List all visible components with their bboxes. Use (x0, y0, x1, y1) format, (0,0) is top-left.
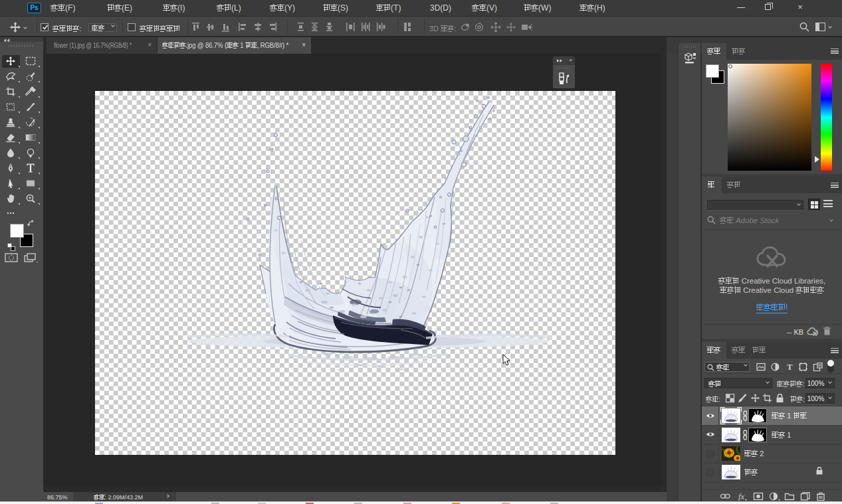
svg-text:fx: fx (738, 492, 744, 501)
svg-text:T: T (787, 363, 793, 371)
